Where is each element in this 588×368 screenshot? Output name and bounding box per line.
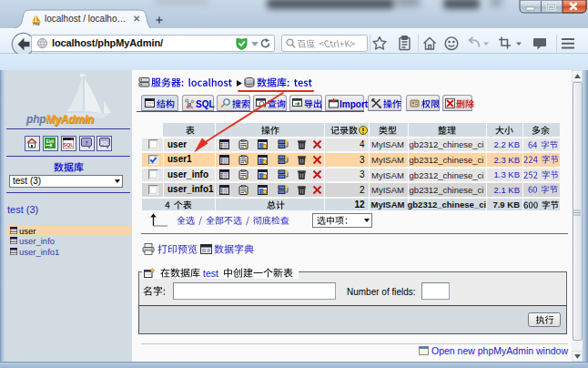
svg-text:SQL: SQL (100, 141, 109, 146)
svg-text:?: ? (85, 139, 88, 147)
svg-text:SQL: SQL (63, 142, 74, 148)
svg-text:PMA: PMA (33, 23, 40, 26)
svg-text:Exit: Exit (46, 139, 55, 144)
